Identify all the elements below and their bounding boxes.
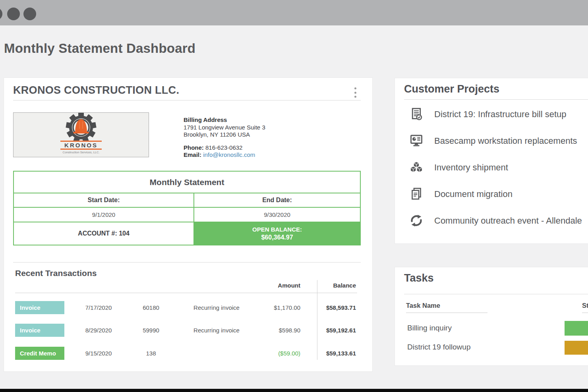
transaction-date: 7/17/2020 xyxy=(74,301,124,314)
recent-transactions-heading: Recent Transactions xyxy=(15,268,97,278)
task-name[interactable]: District 19 followup xyxy=(407,343,470,351)
customer-projects-card: Customer Projects District 19: Infrastru… xyxy=(395,78,588,243)
transaction-row[interactable]: Invoice 7/17/2020 60180 Recurring invoic… xyxy=(4,301,372,314)
project-item[interactable]: Basecamp workstation replacements xyxy=(395,127,588,154)
sync-icon xyxy=(409,212,424,229)
project-item[interactable]: Inventory shipment xyxy=(395,154,588,181)
project-item[interactable]: Community outreach event - Allendale xyxy=(395,207,588,234)
document-check-icon xyxy=(409,106,424,122)
transaction-type-badge: Invoice xyxy=(15,324,64,337)
amount-column-header: Amount xyxy=(253,282,300,289)
project-item[interactable]: District 19: Infrastructure bill setup xyxy=(395,101,588,127)
transaction-balance: $59,133.61 xyxy=(308,347,356,360)
task-name[interactable]: Billing inquiry xyxy=(407,324,452,332)
more-options-icon[interactable] xyxy=(352,87,358,98)
divider xyxy=(582,313,588,313)
transaction-balance: $58,593.71 xyxy=(308,301,356,314)
transaction-number: 60180 xyxy=(129,301,173,314)
divider xyxy=(404,294,588,294)
transaction-balance: $59,192.61 xyxy=(308,324,356,337)
project-label: Document migration xyxy=(434,181,513,207)
billing-phone: Phone: 816-623-0632 xyxy=(184,144,265,152)
documents-icon xyxy=(409,186,424,202)
company-logo: KRONOS Construction Services, LLC. xyxy=(13,112,149,157)
task-status-badge xyxy=(565,321,588,336)
start-date-label: Start Date: xyxy=(14,193,193,207)
divider xyxy=(13,100,361,100)
open-balance-cell: OPEN BALANCE: $60,364.97 xyxy=(193,222,360,245)
transaction-amount: $598.90 xyxy=(253,324,300,337)
customer-projects-heading: Customer Projects xyxy=(404,83,499,95)
divider xyxy=(406,313,487,313)
end-date-value: 9/30/2020 xyxy=(193,208,360,222)
project-label: Basecamp workstation replacements xyxy=(434,127,577,154)
status-column-header: Status xyxy=(582,302,588,309)
transaction-date: 9/15/2020 xyxy=(74,347,124,360)
kronos-gear-hat-icon xyxy=(57,113,105,141)
statement-card: KRONOS CONSTRUCTION LLC. xyxy=(4,78,372,371)
transaction-memo: Recurring invoice xyxy=(183,324,250,337)
divider xyxy=(15,293,357,293)
window-control-dot[interactable] xyxy=(7,8,20,20)
transaction-amount: $1,170.00 xyxy=(253,301,300,314)
transaction-row[interactable]: Invoice 8/29/2020 59990 Recurring invoic… xyxy=(4,324,372,337)
billing-address-line2: Brooklyn, NY 11206 USA xyxy=(184,131,265,139)
statement-title: Monthly Statement xyxy=(14,172,360,193)
billing-address-block: Billing Address 1791 Longview Avenue Sui… xyxy=(184,116,265,159)
transaction-memo: Recurring invoice xyxy=(183,301,250,314)
transaction-type-badge: Credit Memo xyxy=(15,347,64,360)
divider xyxy=(13,262,361,263)
transaction-date: 8/29/2020 xyxy=(74,324,124,337)
boxes-icon xyxy=(409,159,424,176)
open-balance-label: OPEN BALANCE: xyxy=(252,226,302,234)
transaction-number: 138 xyxy=(129,347,173,360)
balance-column-header: Balance xyxy=(308,282,356,289)
divider xyxy=(404,99,588,100)
workstation-icon xyxy=(409,133,424,149)
transaction-number: 59990 xyxy=(129,324,173,337)
email-link[interactable]: info@kronosllc.com xyxy=(203,151,255,158)
task-status-badge xyxy=(565,341,588,355)
page-title: Monthly Statement Dashboard xyxy=(4,41,195,56)
logo-subtitle: Construction Services, LLC. xyxy=(63,151,100,154)
end-date-label: End Date: xyxy=(193,193,360,207)
open-balance-value: $60,364.97 xyxy=(261,234,293,241)
window-control-dot[interactable] xyxy=(23,8,36,20)
bottom-edge-strip xyxy=(0,389,588,392)
window-control-dot[interactable] xyxy=(0,8,2,20)
transaction-amount: ($59.00) xyxy=(253,347,300,360)
billing-heading: Billing Address xyxy=(184,116,265,124)
account-number: ACCOUNT #: 104 xyxy=(14,222,193,245)
project-label: District 19: Infrastructure bill setup xyxy=(434,101,567,127)
logo-rule xyxy=(60,149,102,150)
billing-email: Email: info@kronosllc.com xyxy=(184,151,265,159)
start-date-value: 9/1/2020 xyxy=(14,208,193,222)
monthly-statement-table: Monthly Statement Start Date: End Date: … xyxy=(13,171,361,245)
company-title: KRONOS CONSTRUCTION LLC. xyxy=(13,84,179,97)
tasks-card: Tasks Task Name Status Billing inquiry D… xyxy=(395,267,588,365)
transaction-row[interactable]: Credit Memo 9/15/2020 138 ($59.00) $59,1… xyxy=(4,347,372,360)
tasks-heading: Tasks xyxy=(404,272,434,284)
project-label: Community outreach event - Allendale xyxy=(434,207,582,234)
task-name-column-header: Task Name xyxy=(406,302,440,309)
project-label: Inventory shipment xyxy=(434,154,508,181)
logo-name: KRONOS xyxy=(64,142,98,148)
transaction-type-badge: Invoice xyxy=(15,301,64,314)
billing-address-line1: 1791 Longview Avenue Suite 3 xyxy=(184,124,265,131)
window-title-bar xyxy=(0,0,588,25)
project-item[interactable]: Document migration xyxy=(395,181,588,207)
